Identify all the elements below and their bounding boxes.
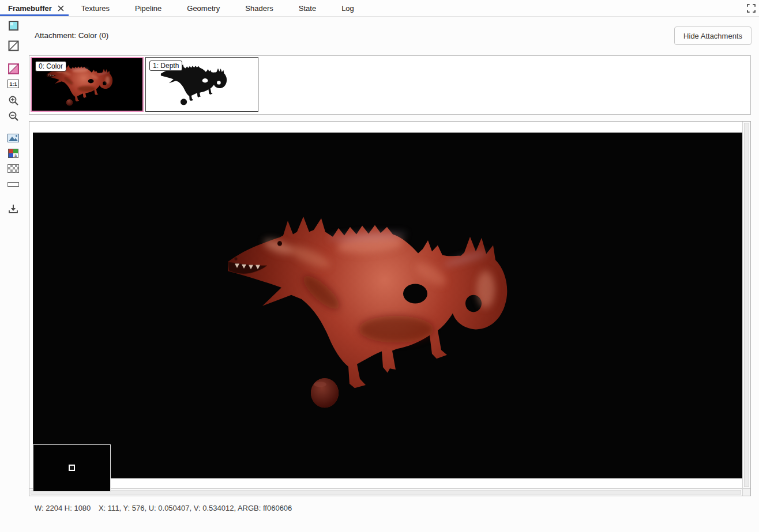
zoom-to-fit-button[interactable]: [7, 134, 19, 142]
tab-pipeline[interactable]: Pipeline: [122, 0, 174, 16]
framebuffer-toolbar: 1:1 a: [6, 21, 20, 214]
tab-textures-label: Textures: [81, 4, 110, 13]
save-image-button[interactable]: [8, 203, 18, 214]
tab-bar: Framebuffer Textures Pipeline Geometry S…: [0, 0, 759, 17]
actual-size-icon: 1:1: [7, 80, 19, 88]
attachment-color-label: 0: Color: [35, 61, 66, 71]
zoom-out-button[interactable]: [8, 111, 19, 122]
tab-state-label: State: [299, 4, 316, 13]
checkerboard-icon: [7, 164, 19, 173]
flip-vertical-button[interactable]: [8, 63, 19, 74]
save-image-icon: [8, 203, 18, 214]
solid-background-icon: [7, 182, 19, 187]
color-swatch-button[interactable]: [9, 21, 18, 31]
color-channels-icon: a: [8, 149, 18, 158]
tab-framebuffer-label: Framebuffer: [8, 4, 52, 13]
checkerboard-background-button[interactable]: [7, 164, 19, 173]
zoom-to-fit-icon: [7, 134, 19, 142]
wireframe-icon: [8, 40, 19, 51]
vertical-scrollbar-thumb[interactable]: [744, 123, 749, 487]
close-tab-icon[interactable]: [58, 5, 64, 12]
flip-vertical-icon: [8, 63, 19, 74]
tab-log[interactable]: Log: [329, 0, 367, 16]
pixel-context-preview: [33, 444, 111, 492]
solid-background-button[interactable]: [7, 182, 19, 187]
tab-state[interactable]: State: [286, 0, 329, 16]
color-swatch-icon: [9, 21, 18, 31]
status-bar: W: 2204 H: 1080 X: 111, Y: 576, U: 0.050…: [35, 504, 298, 512]
wireframe-button[interactable]: [8, 40, 19, 51]
tab-geometry-label: Geometry: [187, 4, 220, 13]
tab-textures[interactable]: Textures: [69, 0, 122, 16]
image-dimensions: W: 2204 H: 1080: [35, 504, 91, 512]
pixel-marker: [69, 465, 75, 471]
zoom-in-icon: [8, 95, 19, 106]
attachments-panel: 0: Color 1: Depth: [29, 55, 751, 115]
attachment-depth-label: 1: Depth: [149, 61, 182, 71]
fullscreen-icon: [747, 4, 756, 13]
attachment-thumbnail-color[interactable]: 0: Color: [31, 57, 144, 112]
tab-log-label: Log: [341, 4, 354, 13]
tab-shaders[interactable]: Shaders: [232, 0, 285, 16]
framebuffer-viewport: [29, 121, 751, 496]
actual-size-button[interactable]: 1:1: [7, 80, 19, 88]
tab-pipeline-label: Pipeline: [135, 4, 161, 13]
horizontal-scrollbar-thumb[interactable]: [31, 490, 741, 495]
zoom-in-button[interactable]: [8, 95, 19, 106]
tab-framebuffer[interactable]: Framebuffer: [0, 0, 69, 16]
attachment-thumbnail-depth[interactable]: 1: Depth: [145, 57, 258, 112]
alpha-channel-label: a: [14, 153, 17, 157]
pixel-info: X: 111, Y: 576, U: 0.050407, V: 0.534012…: [99, 504, 292, 512]
zoom-out-icon: [8, 111, 19, 122]
hide-attachments-button[interactable]: Hide Attachments: [674, 27, 752, 45]
attachment-label: Attachment: Color (0): [35, 31, 108, 40]
tabbar-spacer: [367, 0, 743, 16]
framebuffer-canvas[interactable]: [33, 133, 742, 478]
color-channels-button[interactable]: a: [8, 149, 18, 158]
horizontal-scrollbar[interactable]: [29, 488, 742, 496]
scrollbar-corner: [742, 488, 750, 496]
fullscreen-button[interactable]: [743, 0, 759, 16]
tab-geometry[interactable]: Geometry: [174, 0, 232, 16]
dragon-render: [223, 201, 512, 415]
tab-shaders-label: Shaders: [245, 4, 273, 13]
vertical-scrollbar[interactable]: [742, 122, 750, 488]
